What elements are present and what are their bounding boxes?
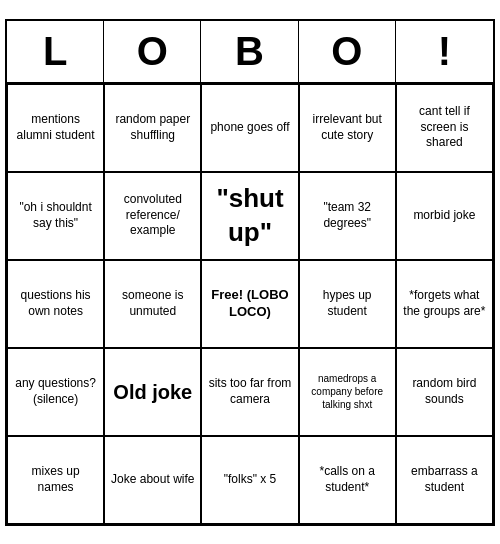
bingo-cell-7[interactable]: "shut up" [201,172,298,260]
header-letter-O: O [104,21,201,82]
bingo-cell-20[interactable]: mixes up names [7,436,104,524]
bingo-cell-8[interactable]: "team 32 degrees" [299,172,396,260]
bingo-cell-21[interactable]: Joke about wife [104,436,201,524]
header-letter-!: ! [396,21,493,82]
header-letter-L: L [7,21,104,82]
bingo-cell-12[interactable]: Free! (LOBO LOCO) [201,260,298,348]
bingo-cell-0[interactable]: mentions alumni student [7,84,104,172]
bingo-cell-9[interactable]: morbid joke [396,172,493,260]
bingo-cell-23[interactable]: *calls on a student* [299,436,396,524]
bingo-cell-17[interactable]: sits too far from camera [201,348,298,436]
bingo-card: LOBO! mentions alumni studentrandom pape… [5,19,495,526]
bingo-cell-16[interactable]: Old joke [104,348,201,436]
bingo-cell-22[interactable]: "folks" x 5 [201,436,298,524]
bingo-cell-19[interactable]: random bird sounds [396,348,493,436]
bingo-cell-13[interactable]: hypes up student [299,260,396,348]
bingo-cell-11[interactable]: someone is unmuted [104,260,201,348]
bingo-cell-14[interactable]: *forgets what the groups are* [396,260,493,348]
bingo-cell-10[interactable]: questions his own notes [7,260,104,348]
bingo-header: LOBO! [7,21,493,84]
bingo-cell-6[interactable]: convoluted reference/ example [104,172,201,260]
bingo-cell-1[interactable]: random paper shuffling [104,84,201,172]
bingo-cell-3[interactable]: irrelevant but cute story [299,84,396,172]
bingo-cell-5[interactable]: "oh i shouldnt say this" [7,172,104,260]
header-letter-O: O [299,21,396,82]
bingo-cell-2[interactable]: phone goes off [201,84,298,172]
header-letter-B: B [201,21,298,82]
bingo-cell-4[interactable]: cant tell if screen is shared [396,84,493,172]
bingo-grid: mentions alumni studentrandom paper shuf… [7,84,493,524]
bingo-cell-15[interactable]: any questions? (silence) [7,348,104,436]
bingo-cell-24[interactable]: embarrass a student [396,436,493,524]
bingo-cell-18[interactable]: namedrops a company before talking shxt [299,348,396,436]
